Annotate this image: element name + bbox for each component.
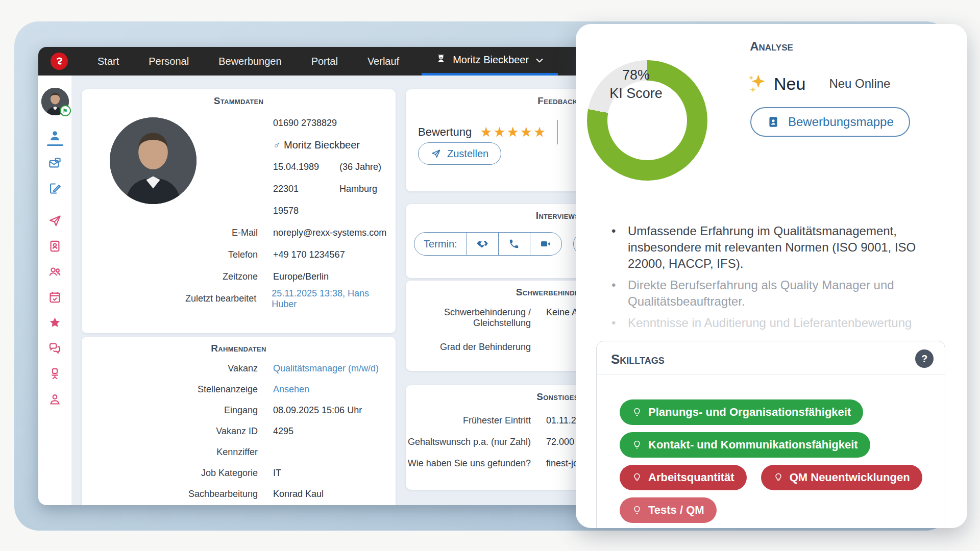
help-icon[interactable]: ? [915, 349, 934, 368]
candidate-icon [435, 53, 447, 67]
phone-icon [508, 238, 520, 249]
ki-score-percent: 78% [622, 66, 650, 84]
sidebar-item-send[interactable] [48, 208, 62, 233]
sidebar-item-people[interactable] [48, 259, 62, 284]
analysis-bullet: •Kenntnisse in Auditierung und Lieferant… [611, 315, 943, 331]
termin-segmented-control: Termin: [414, 232, 562, 256]
label-timezone: Zeitzone [82, 271, 258, 282]
chat-bubbles-icon [48, 341, 62, 355]
label-eingang: Eingang [82, 405, 258, 416]
skilltag-green[interactable]: Kontakt- und Kommunikationsfähigkeit [620, 432, 870, 458]
ki-analysis-bullets: •Umfassende Erfahrung im Qualitätsmanage… [611, 223, 943, 336]
field-city: Hamburg [339, 184, 377, 194]
field-zip: 22301 [273, 184, 339, 194]
star-rating[interactable]: ★★★★★ [480, 126, 547, 139]
nav-item-bewerbungen[interactable]: Bewerbungen [218, 56, 281, 67]
label-vakanz-id: Vakanz ID [82, 426, 258, 437]
sparkles-icon [746, 73, 768, 94]
applicant-file-icon [48, 239, 62, 253]
sidebar-item-chat[interactable] [48, 335, 62, 361]
lightbulb-icon [632, 440, 642, 450]
panel-title-rahmendaten: Rahmendaten [82, 343, 396, 354]
zustellen-button[interactable]: Zustellen [418, 142, 501, 165]
video-camera-icon [540, 238, 552, 250]
nav-item-personal[interactable]: Personal [149, 56, 189, 67]
ki-score-center: 78% KI Score [596, 44, 676, 124]
status-new-online: Neu Online [829, 77, 890, 91]
field-birthdate: 15.04.1989 [273, 162, 339, 172]
meeting-handshake-button[interactable] [467, 233, 498, 255]
skilltag-green[interactable]: Planungs- und Organisationsfähigkeit [620, 399, 863, 425]
gender-male-icon: ♂ [273, 139, 281, 151]
field-email: noreply@rexx-systems.com [273, 228, 386, 238]
nav-item-verlauf[interactable]: Verlauf [368, 56, 399, 67]
skilltag-red[interactable]: Arbeitsquantität [620, 465, 747, 490]
field-timezone: Europe/Berlin [273, 271, 329, 282]
label-email: E-Mail [82, 228, 258, 238]
field-age: (36 Jahre) [339, 162, 381, 172]
label-schwerbehinderung: Schwerbehinderung / Gleichstellung [406, 307, 531, 329]
lightbulb-icon [632, 472, 642, 483]
sidebar-item-contact[interactable] [48, 386, 62, 412]
label-job-kategorie: Job Kategorie [82, 468, 258, 479]
nav-item-portal[interactable]: Portal [311, 56, 338, 67]
skilltags-card: Skilltags ? Planungs- und Organisationsf… [596, 341, 945, 528]
sidebar-item-calendar[interactable] [48, 284, 62, 310]
label-kennziffer: Kennziffer [82, 447, 258, 458]
link-vakanz[interactable]: Qualitätsmanager (m/w/d) [273, 363, 379, 374]
calendar-check-icon [48, 290, 62, 304]
people-icon [48, 265, 62, 279]
lightbulb-icon [632, 407, 642, 417]
field-phone: +49 170 1234567 [273, 249, 345, 260]
rexx-logo-icon[interactable] [51, 53, 68, 70]
skilltag-red[interactable]: QM Neuentwicklungen [761, 465, 922, 490]
skilltags-title: Skilltags [611, 352, 665, 367]
inbox-mail-icon [48, 156, 62, 170]
video-interview-button[interactable] [530, 233, 561, 255]
phone-interview-button[interactable] [498, 233, 530, 255]
tab-candidate-active[interactable]: Moritz Bieckbeer [422, 47, 558, 76]
field-gehaltswunsch: 72.000 [546, 437, 574, 447]
icon-sidebar: ⚑ [38, 76, 71, 505]
chevron-down-icon [534, 55, 545, 65]
sidebar-item-workplace[interactable] [48, 361, 62, 386]
divider [597, 374, 945, 374]
panel-title-stammdaten: Stammdaten [82, 95, 396, 107]
label-last-edited: Zuletzt bearbeitet [82, 293, 256, 304]
sidebar-item-edit-document[interactable] [48, 176, 62, 201]
avatar-status-badge-icon: ⚑ [60, 105, 71, 116]
application-folder-icon [767, 115, 780, 129]
rating-label: Bewertung [418, 126, 472, 139]
termin-label: Termin: [414, 233, 467, 255]
text-cursor [557, 120, 558, 144]
tab-candidate-label: Moritz Bieckbeer [453, 54, 529, 66]
field-last-edited-link[interactable]: 25.11.2025 13:38, Hans Huber [272, 288, 396, 310]
label-vakanz: Vakanz [82, 363, 258, 374]
lightbulb-icon [773, 472, 783, 483]
send-icon [431, 148, 441, 159]
skilltag-pink[interactable]: Tests / QM [620, 497, 717, 523]
bewerbungsmappe-button[interactable]: Bewerbungsmappe [750, 107, 910, 137]
field-eingang: 08.09.2025 15:06 Uhr [273, 405, 362, 416]
field-vakanz-id: 4295 [273, 426, 293, 437]
sidebar-item-favorites[interactable] [48, 310, 62, 335]
field-mobile: 01690 2738829 [273, 118, 337, 129]
sidebar-avatar[interactable]: ⚑ [41, 88, 69, 115]
candidate-name: Moritz Bieckbeer [284, 139, 360, 151]
link-ansehen[interactable]: Ansehen [273, 384, 309, 395]
send-plane-icon [48, 214, 62, 228]
sidebar-item-applicant-file[interactable] [48, 233, 62, 259]
nav-item-start[interactable]: Start [97, 56, 119, 67]
sidebar-item-inbox[interactable] [48, 150, 62, 176]
analyse-overlay-card: Analyse 78% KI Score Neu Neu Online Bewe… [576, 24, 967, 528]
label-eintritt: Frühester Eintritt [406, 415, 531, 426]
profile-icon [48, 129, 62, 143]
status-new: Neu [774, 74, 805, 94]
favorites-star-icon [48, 316, 62, 330]
panel-stammdaten: Stammdaten 01690 2738829 ♂ Moritz Bieckb… [82, 89, 396, 333]
handshake-icon [476, 237, 489, 251]
screenshot-stage: Start Personal Bewerbungen Portal Verlau… [0, 0, 980, 551]
sidebar-item-profile[interactable] [47, 124, 63, 150]
workplace-chair-icon [48, 367, 62, 381]
label-gefunden: Wie haben Sie uns gefunden? [406, 458, 531, 469]
